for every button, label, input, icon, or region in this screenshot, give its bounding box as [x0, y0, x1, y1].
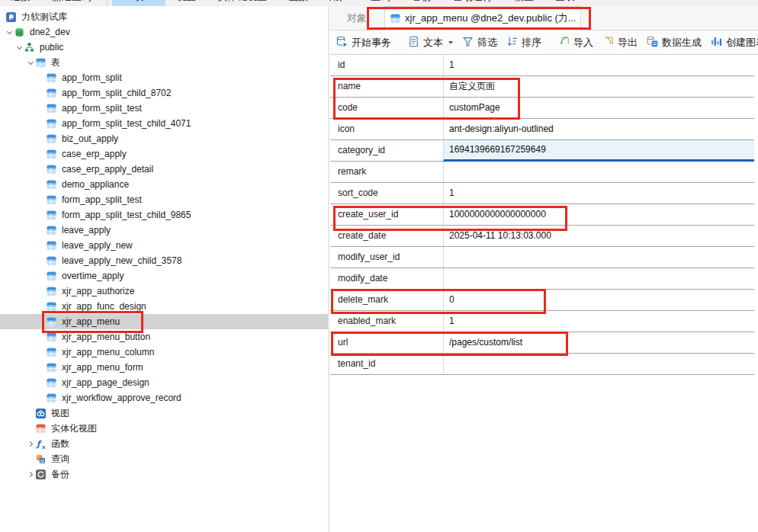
- tree-item-app_form_split_test[interactable]: app_form_split_test: [0, 101, 329, 116]
- field-value-create_user_id[interactable]: 1000000000000000000: [443, 204, 754, 226]
- tree-item-leave_apply[interactable]: leave_apply: [0, 223, 329, 238]
- table-icon: [47, 104, 56, 114]
- tree-item-app_form_split[interactable]: app_form_split: [0, 70, 329, 85]
- tree-item-_[interactable]: 查询: [0, 451, 329, 466]
- chevron-spacer: [37, 116, 47, 131]
- tree-item-case_erp_apply_detail[interactable]: case_erp_apply_detail: [0, 162, 329, 177]
- tree-item-_[interactable]: ƒx函数: [0, 436, 329, 451]
- field-label-create_user_id: create_user_id: [330, 204, 443, 226]
- table-icon: [47, 378, 56, 388]
- dropdown-caret-icon[interactable]: [448, 41, 453, 44]
- chevron-right-icon[interactable]: [26, 436, 36, 451]
- field-value-icon[interactable]: ant-design:aliyun-outlined: [443, 119, 754, 140]
- toolbar-button-create-chart[interactable]: 创建图表: [706, 33, 758, 53]
- tree-item-_[interactable]: 备份: [0, 466, 329, 482]
- toolbar-button-label: 排序: [522, 36, 541, 50]
- tree-item-_[interactable]: 实体化视图: [0, 421, 329, 436]
- main-toolbar-item[interactable]: 表: [112, 0, 165, 6]
- svg-text:ƒ: ƒ: [36, 439, 42, 449]
- chevron-spacer: [37, 223, 47, 238]
- chevron-right-icon[interactable]: [26, 466, 36, 482]
- field-value-id[interactable]: 1: [443, 55, 754, 76]
- tab-objects[interactable]: 对象: [332, 6, 381, 30]
- tree-item-demo_appliance[interactable]: demo_appliance: [0, 177, 329, 192]
- toolbar-button-filter[interactable]: 筛选: [458, 33, 502, 53]
- tree-item-biz_out_apply[interactable]: biz_out_apply: [0, 131, 329, 146]
- field-label-icon: icon: [330, 119, 443, 140]
- field-value-code[interactable]: customPage: [443, 98, 754, 119]
- toolbar-button-label: 文本: [423, 36, 443, 50]
- tree-item-label: leave_apply_new_child_3578: [62, 255, 181, 266]
- main-toolbar-item[interactable]: 用户: [319, 0, 360, 6]
- main-toolbar-item[interactable]: 视图: [165, 0, 207, 6]
- main-toolbar-item[interactable]: 模型: [503, 0, 544, 6]
- tree-item-_[interactable]: 表: [0, 55, 329, 70]
- tree-item-xjr_app_menu_button[interactable]: xjr_app_menu_button: [0, 329, 329, 345]
- toolbar-button-data-generation[interactable]: 数据生成: [642, 33, 706, 53]
- main-toolbar-item[interactable]: 自动运行: [442, 0, 503, 6]
- field-value-name[interactable]: 自定义页面: [443, 76, 754, 98]
- field-value-create_date[interactable]: 2025-04-11 10:13:03.000: [443, 226, 754, 247]
- connection-tree: 力软测试库dne2_devpublic表app_form_splitapp_fo…: [0, 6, 329, 532]
- tree-item-xjr_workflow_approve_record[interactable]: xjr_workflow_approve_record: [0, 390, 329, 405]
- tree-item-dne2_dev[interactable]: dne2_dev: [0, 24, 329, 40]
- tree-item-leave_apply_new_child_3578[interactable]: leave_apply_new_child_3578: [0, 253, 329, 268]
- sort-icon: [506, 36, 518, 50]
- tree-item-app_form_split_test_child_4071[interactable]: app_form_split_test_child_4071: [0, 116, 329, 131]
- table-icon: [47, 317, 56, 327]
- panel-divider[interactable]: [328, 6, 329, 532]
- field-value-tenant_id[interactable]: [443, 354, 754, 375]
- field-value-url[interactable]: /pages/custom/list: [443, 332, 754, 354]
- tree-item-xjr_app_func_design[interactable]: xjr_app_func_design: [0, 299, 329, 314]
- main-toolbar-item[interactable]: 新建查询: [41, 0, 102, 6]
- chevron-down-icon[interactable]: [26, 55, 36, 70]
- main-toolbar-item[interactable]: 图表: [544, 0, 586, 6]
- main-toolbar-item[interactable]: 查询: [360, 0, 401, 6]
- field-value-enabled_mark[interactable]: 1: [443, 311, 754, 332]
- text-icon: [408, 36, 419, 50]
- tree-item-public[interactable]: public: [0, 40, 329, 55]
- field-row-create_user_id: create_user_id1000000000000000000: [330, 204, 754, 226]
- tree-item-label: xjr_app_menu_column: [62, 347, 154, 357]
- main-toolbar-item[interactable]: 实体化视图: [207, 0, 278, 6]
- field-label-url: url: [330, 332, 443, 354]
- tree-item-overtime_apply[interactable]: overtime_apply: [0, 268, 329, 284]
- field-value-sort_code[interactable]: 1: [443, 183, 754, 204]
- tree-item-xjr_app_page_design[interactable]: xjr_app_page_design: [0, 375, 329, 390]
- tree-item-leave_apply_new[interactable]: leave_apply_new: [0, 238, 329, 253]
- main-toolbar-item[interactable]: 函数: [278, 0, 319, 6]
- main-toolbar-item[interactable]: 连接: [0, 0, 41, 6]
- tree-item-xjr_app_menu_column[interactable]: xjr_app_menu_column: [0, 345, 329, 360]
- chevron-spacer: [37, 207, 47, 223]
- field-row-modify_date: modify_date: [330, 268, 754, 290]
- field-value-modify_user_id[interactable]: [443, 247, 754, 268]
- tree-item-_[interactable]: 力软测试库: [0, 9, 329, 24]
- field-value-modify_date[interactable]: [443, 268, 754, 290]
- field-row-id: id1: [330, 55, 754, 76]
- toolbar-button-import[interactable]: 导入: [554, 33, 598, 53]
- tree-item-form_app_split_test_child_9865[interactable]: form_app_split_test_child_9865: [0, 207, 329, 223]
- toolbar-button-sort[interactable]: 排序: [502, 33, 546, 53]
- tree-item-app_form_split_child_8702[interactable]: app_form_split_child_8702: [0, 85, 329, 101]
- tree-item-form_app_split_test[interactable]: form_app_split_test: [0, 192, 329, 207]
- chevron-down-icon[interactable]: [5, 24, 14, 40]
- export-icon: [602, 36, 614, 50]
- tab-xjr-app-menu[interactable]: xjr_app_menu @dne2_dev.public (力...: [384, 6, 581, 30]
- tree-item-_[interactable]: 视图: [0, 405, 329, 421]
- toolbar-button-text[interactable]: 文本: [403, 33, 458, 53]
- field-value-remark[interactable]: [443, 162, 754, 183]
- main-toolbar-item[interactable]: 备份: [401, 0, 442, 6]
- tree-item-case_erp_apply[interactable]: case_erp_apply: [0, 146, 329, 162]
- field-value-category_id[interactable]: 1694139669167259649: [443, 140, 754, 162]
- database-icon: [14, 27, 24, 37]
- toolbar-button-label: 开始事务: [352, 36, 391, 50]
- tree-item-label: form_app_split_test: [62, 194, 142, 205]
- tree-item-xjr_app_menu_form[interactable]: xjr_app_menu_form: [0, 360, 329, 375]
- toolbar-button-transaction[interactable]: 开始事务: [332, 33, 396, 53]
- chevron-down-icon[interactable]: [14, 40, 24, 55]
- toolbar-button-export[interactable]: 导出: [598, 33, 642, 53]
- tree-item-xjr_app_authorize[interactable]: xjr_app_authorize: [0, 284, 329, 299]
- tree-item-xjr_app_menu[interactable]: xjr_app_menu: [0, 314, 329, 329]
- table-icon: [36, 58, 46, 68]
- field-value-delete_mark[interactable]: 0: [443, 290, 754, 311]
